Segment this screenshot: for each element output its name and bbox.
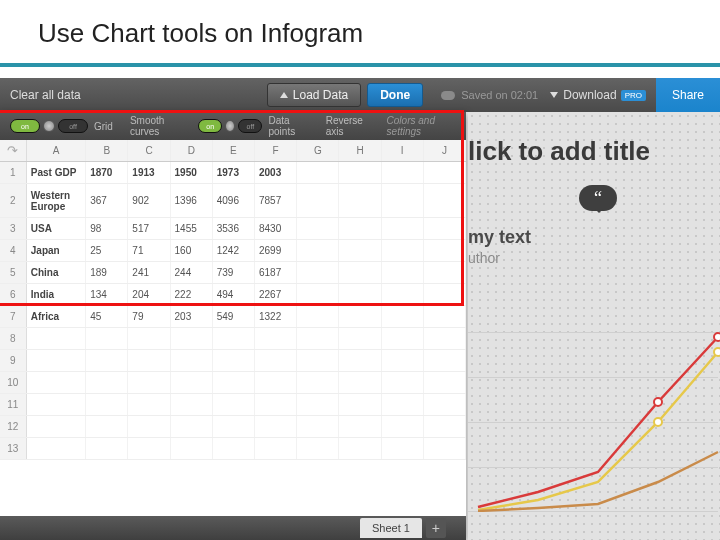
cell[interactable]: 2699 (255, 240, 297, 261)
line-chart-preview[interactable] (468, 332, 720, 512)
cell[interactable]: 4096 (213, 184, 255, 217)
cell[interactable] (339, 438, 381, 459)
clear-all-data-link[interactable]: Clear all data (0, 88, 81, 102)
cell[interactable] (339, 394, 381, 415)
grid-toggle[interactable]: on off Grid (10, 119, 113, 133)
row-header[interactable]: 10 (0, 372, 27, 393)
cell[interactable]: 6187 (255, 262, 297, 283)
datapoints-toggle[interactable]: on off Data points (198, 115, 309, 137)
cell[interactable] (128, 416, 170, 437)
cell[interactable] (255, 416, 297, 437)
cell[interactable] (27, 350, 86, 371)
cell[interactable]: 367 (86, 184, 128, 217)
column-header[interactable]: B (86, 140, 128, 161)
table-row[interactable]: 8 (0, 328, 466, 350)
cell[interactable] (382, 262, 424, 283)
cell[interactable] (171, 416, 213, 437)
table-row[interactable]: 1Past GDP18701913195019732003 (0, 162, 466, 184)
cell[interactable] (128, 394, 170, 415)
cell[interactable] (339, 306, 381, 327)
cell[interactable] (339, 350, 381, 371)
cell[interactable] (382, 162, 424, 183)
cell[interactable] (86, 372, 128, 393)
cell[interactable] (339, 184, 381, 217)
cell[interactable] (424, 218, 466, 239)
cell[interactable] (382, 372, 424, 393)
cell[interactable]: 203 (171, 306, 213, 327)
cell[interactable] (171, 394, 213, 415)
cell[interactable]: 241 (128, 262, 170, 283)
cell[interactable]: 244 (171, 262, 213, 283)
cell[interactable]: 1322 (255, 306, 297, 327)
row-header[interactable]: 7 (0, 306, 27, 327)
cell[interactable] (128, 350, 170, 371)
table-row[interactable]: 2Western Europe367902139640967857 (0, 184, 466, 218)
table-row[interactable]: 6India1342042224942267 (0, 284, 466, 306)
cell[interactable]: Japan (27, 240, 86, 261)
cell[interactable] (27, 328, 86, 349)
cell[interactable] (27, 416, 86, 437)
column-header[interactable]: D (171, 140, 213, 161)
cell[interactable] (424, 162, 466, 183)
row-header[interactable]: 11 (0, 394, 27, 415)
row-header[interactable]: 4 (0, 240, 27, 261)
table-row[interactable]: 9 (0, 350, 466, 372)
cell[interactable] (27, 438, 86, 459)
cell[interactable] (424, 416, 466, 437)
row-header[interactable]: 12 (0, 416, 27, 437)
cell[interactable] (27, 394, 86, 415)
cell[interactable] (424, 284, 466, 305)
cell[interactable] (297, 162, 339, 183)
cell[interactable] (382, 416, 424, 437)
cell[interactable] (339, 240, 381, 261)
cell[interactable] (213, 394, 255, 415)
row-header[interactable]: 2 (0, 184, 27, 217)
cell[interactable]: 45 (86, 306, 128, 327)
smooth-curves-label[interactable]: Smooth curves (130, 115, 184, 137)
cell[interactable] (128, 438, 170, 459)
cell[interactable] (171, 328, 213, 349)
cell[interactable] (424, 184, 466, 217)
cell[interactable]: 1973 (213, 162, 255, 183)
column-header[interactable]: C (128, 140, 170, 161)
cell[interactable]: Western Europe (27, 184, 86, 217)
cell[interactable]: 1396 (171, 184, 213, 217)
cell[interactable]: 1870 (86, 162, 128, 183)
cell[interactable]: 204 (128, 284, 170, 305)
cell[interactable] (171, 350, 213, 371)
cell[interactable] (297, 372, 339, 393)
row-header[interactable]: 9 (0, 350, 27, 371)
cell[interactable]: 1242 (213, 240, 255, 261)
cell[interactable] (297, 350, 339, 371)
cell[interactable] (382, 284, 424, 305)
cell[interactable]: 3536 (213, 218, 255, 239)
row-header[interactable]: 3 (0, 218, 27, 239)
cell[interactable]: 189 (86, 262, 128, 283)
cell[interactable]: 1913 (128, 162, 170, 183)
cell[interactable] (297, 416, 339, 437)
cell[interactable] (424, 394, 466, 415)
cell[interactable]: 7857 (255, 184, 297, 217)
cell[interactable] (297, 262, 339, 283)
cell[interactable] (255, 328, 297, 349)
cell[interactable] (213, 372, 255, 393)
column-header[interactable]: H (339, 140, 381, 161)
table-row[interactable]: 4Japan257116012422699 (0, 240, 466, 262)
cell[interactable]: 8430 (255, 218, 297, 239)
cell[interactable] (339, 372, 381, 393)
cell[interactable] (255, 394, 297, 415)
cell[interactable] (382, 184, 424, 217)
cell[interactable] (128, 328, 170, 349)
cell[interactable] (297, 218, 339, 239)
cell[interactable] (86, 394, 128, 415)
row-header[interactable]: 1 (0, 162, 27, 183)
cell[interactable] (382, 240, 424, 261)
cell[interactable] (213, 438, 255, 459)
cell[interactable] (382, 350, 424, 371)
cell[interactable] (297, 394, 339, 415)
column-header[interactable]: I (382, 140, 424, 161)
quote-body-text[interactable]: my text (468, 227, 720, 248)
cell[interactable] (382, 438, 424, 459)
cell[interactable]: 98 (86, 218, 128, 239)
cell[interactable]: 25 (86, 240, 128, 261)
